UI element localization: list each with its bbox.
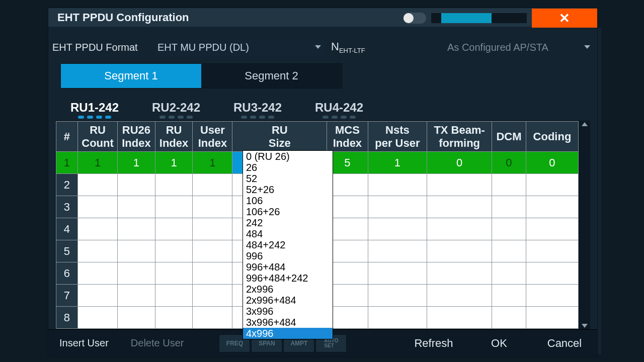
cell-nsts[interactable]: 1	[368, 152, 427, 174]
col-num: #	[56, 122, 78, 152]
toggle-knob	[404, 13, 414, 23]
ppdu-format-value: EHT MU PPDU (DL)	[157, 42, 249, 53]
n-sub: EHT-LTF	[339, 47, 365, 55]
ok-button[interactable]: OK	[466, 330, 532, 357]
dialog-title: EHT PPDU Configuration	[57, 11, 189, 24]
slider-fill	[441, 13, 492, 23]
ru-size-option[interactable]: 106+26	[243, 206, 333, 217]
segment-tabs: Segment 1 Segment 2	[60, 63, 342, 88]
chevron-down-icon	[315, 45, 321, 49]
ru-size-option[interactable]: 3x996+484	[243, 317, 333, 328]
chevron-down-icon	[584, 45, 590, 49]
ru-size-option[interactable]: 996+484	[243, 261, 333, 273]
ru-size-option[interactable]: 996	[243, 250, 333, 261]
vertical-scrollbar[interactable]	[579, 121, 590, 329]
ru-size-option[interactable]: 996+484+242	[243, 273, 333, 284]
segment-2-tab[interactable]: Segment 2	[201, 64, 342, 88]
titlebar-slider[interactable]	[431, 13, 527, 23]
ru-size-option[interactable]: 106	[243, 195, 333, 206]
delete-user-button[interactable]: Delete User	[120, 330, 195, 357]
ru-size-option[interactable]: 2x996+484	[243, 295, 333, 306]
cell-dcm[interactable]: 0	[492, 152, 526, 174]
close-button[interactable]: ✕	[532, 9, 597, 28]
ru-size-option[interactable]: 26	[243, 162, 333, 173]
ru1-tab[interactable]: RU1-242	[55, 100, 134, 120]
ru-size-option[interactable]: 242	[243, 217, 333, 228]
ru-size-option[interactable]: 484+242	[243, 239, 333, 250]
col-nsts: Nstsper User	[368, 122, 427, 152]
cell-ru-count[interactable]: 1	[77, 152, 117, 174]
scroll-up-icon[interactable]	[582, 122, 588, 126]
eht-ppdu-config-dialog: EHT PPDU Configuration ✕ EHT PPDU Format…	[48, 8, 598, 357]
col-ru-size: RUSize	[232, 122, 327, 152]
col-ru-count: RUCount	[77, 122, 117, 152]
ru-table-area: # RUCount RU26Index RUIndex UserIndex RU…	[55, 121, 579, 329]
cell-num: 1	[56, 152, 78, 174]
col-dcm: DCM	[492, 122, 526, 152]
ru-size-option[interactable]: 2x996	[243, 284, 333, 295]
ru-size-option[interactable]: 3x996	[243, 306, 333, 317]
titlebar: EHT PPDU Configuration ✕	[48, 8, 597, 27]
cancel-button[interactable]: Cancel	[532, 330, 597, 357]
n-eht-ltf-select[interactable]: As Configured AP/STA	[447, 39, 593, 56]
col-tx-beam: TX Beam-forming	[427, 122, 492, 152]
n-main: N	[331, 40, 339, 53]
ru4-tab[interactable]: RU4-242	[300, 100, 378, 120]
ru-size-dropdown[interactable]: 0 (RU 26)265252+26106106+26242484484+242…	[243, 150, 333, 339]
table-header-row: # RUCount RU26Index RUIndex UserIndex RU…	[56, 122, 579, 152]
titlebar-toggle[interactable]	[403, 13, 426, 24]
cell-tx[interactable]: 0	[427, 152, 492, 174]
ru-size-option[interactable]: 52	[243, 173, 333, 184]
refresh-button[interactable]: Refresh	[401, 330, 466, 357]
insert-user-button[interactable]: Insert User	[48, 330, 120, 357]
ru-size-option[interactable]: 0 (RU 26)	[243, 151, 333, 162]
col-ru-index: RUIndex	[155, 122, 193, 152]
ppdu-format-label: EHT PPDU Format	[52, 42, 155, 53]
cell-user-index[interactable]: 1	[193, 152, 232, 174]
col-ru26: RU26Index	[118, 122, 155, 152]
cell-ru26[interactable]: 1	[118, 152, 155, 174]
ru-tabs: RU1-242 RU2-242 RU3-242 RU4-242	[55, 100, 597, 120]
cell-ru-index[interactable]: 1	[155, 152, 193, 174]
ru-size-option[interactable]: 52+26	[243, 184, 333, 195]
ru2-tab[interactable]: RU2-242	[137, 100, 215, 120]
col-mcs: MCSIndex	[327, 122, 368, 152]
ppdu-format-select[interactable]: EHT MU PPDU (DL)	[155, 39, 324, 56]
n-eht-ltf-label: NEHT-LTF	[331, 40, 365, 54]
scroll-down-icon[interactable]	[582, 324, 588, 328]
close-icon: ✕	[559, 11, 570, 26]
ru-size-option[interactable]: 484	[243, 228, 333, 239]
n-eht-ltf-value: As Configured AP/STA	[447, 42, 548, 53]
ru-size-option[interactable]: 4x996	[243, 328, 333, 339]
cell-coding[interactable]: 0	[526, 152, 578, 174]
segment-1-tab[interactable]: Segment 1	[61, 64, 201, 88]
col-user-index: UserIndex	[193, 122, 232, 152]
table-wrap: # RUCount RU26Index RUIndex UserIndex RU…	[55, 121, 590, 329]
col-coding: Coding	[526, 122, 578, 152]
ppdu-format-row: EHT PPDU Format EHT MU PPDU (DL) NEHT-LT…	[48, 36, 597, 59]
ru3-tab[interactable]: RU3-242	[218, 100, 297, 120]
